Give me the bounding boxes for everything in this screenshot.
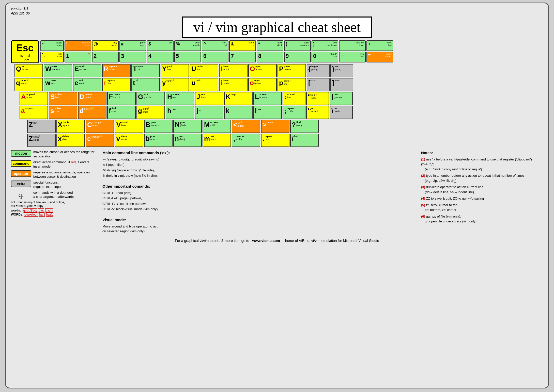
notes-title: Notes: (421, 150, 543, 156)
equals-key: = auto3format (366, 52, 393, 62)
legend-section: motion moves the cursor, or defines the … (11, 150, 97, 234)
num7-key: 7 (229, 52, 256, 62)
f-key: f findchar (107, 106, 136, 119)
underscore-key: _ "soft" boldown (339, 40, 366, 51)
colon-key: : ex cmdline (283, 92, 305, 105)
footer-url: www.viemu.com (252, 239, 280, 243)
other-cmd-1: CTRL-R: redo (vim), (102, 190, 416, 195)
percent-key: % gotomatch (174, 40, 201, 51)
comma-key: , reverset/T/f/F (232, 134, 260, 147)
s-key: s substchar (49, 106, 77, 119)
p-key: p paste1after (278, 78, 306, 91)
num6-key: 6 (202, 52, 228, 62)
N-key: N prev(find) (173, 120, 202, 133)
l-key: l → (253, 106, 282, 119)
tilde-key: ~ togglecase (40, 40, 64, 51)
goto-mark-key: `. gotomark (40, 52, 64, 62)
operator-desc: requires a motion afterwards, operates b… (33, 170, 97, 179)
lparen-key: ( beginsentence (284, 40, 311, 51)
note-5: (5) zt: scroll cursor to top, zb: bottom… (421, 203, 543, 213)
semicolon-key: ; repeatt/T/f/F (283, 106, 305, 119)
cmd-item-2: :e f (open file f), (102, 162, 416, 167)
footer: For a graphical vi/vim tutorial & more t… (11, 237, 543, 243)
esc-sublabel: normalmode (20, 54, 30, 61)
gt-key: > indent (261, 120, 289, 133)
cmd-item-4: :h (help in vim), :new (new file in vim)… (102, 173, 416, 178)
note-3: (3) duplicate operator to act on current… (421, 185, 543, 194)
M-key: M screenmid'l (203, 120, 231, 133)
period-key: . repeatcmd (261, 134, 289, 147)
r-key: r replacechar (102, 78, 131, 91)
note-2: (2) type in a number before any action t… (421, 173, 543, 183)
star-key: * nextident (257, 40, 283, 51)
O-key: O openabove (248, 64, 277, 77)
d-key: d delete1,3 (78, 106, 106, 119)
at-key: @ playmacro (92, 40, 119, 51)
j-key: j ↓ (195, 106, 223, 119)
B-key: B prevWORD (144, 120, 173, 133)
I-key: I insertat bol (219, 64, 248, 77)
amp-key: & repeat:s (229, 40, 256, 51)
num3-key: 3 (119, 52, 146, 62)
visual-title: Visual mode: (102, 217, 416, 223)
lbracket-key: [ misc (307, 78, 330, 91)
T-key: T back'till (131, 64, 160, 77)
num2-key: 2 (92, 52, 119, 62)
bol-note: bol = beginning of line, eol = end of li… (11, 201, 97, 208)
version-text: version 1.1 April 1st, 06 (11, 6, 543, 15)
cmd-item-1: :w (save), :q (quit), :q! (quit w/o savi… (102, 157, 416, 162)
V-key: V visuallines (115, 120, 143, 133)
excl-key: ! externalfilter (65, 40, 91, 51)
a-key: a append (20, 106, 48, 119)
question-key: ? find(rev.) (290, 120, 319, 133)
footer-text2: - home of ViEmu, vi/vim emulation for Mi… (283, 239, 379, 243)
k-key: k ↑ (224, 106, 253, 119)
dot-q-symbol: q. (11, 191, 31, 199)
other-cmd-2: CTRL-F/-B: page up/down, (102, 196, 416, 201)
v-key: v visualmode (115, 134, 143, 147)
visual-text: Move around and type operator to acton s… (102, 224, 416, 234)
other-cmd-4: CTRL-V: block-visual mode (vim only) (102, 207, 416, 212)
t-key: t 'till (131, 78, 160, 91)
note-4: (4) ZZ to save & quit, ZQ to quit w/o sa… (421, 196, 543, 201)
other-cmd-3: CTRL-E/-Y: scroll line up/down, (102, 201, 416, 206)
minus-key: − prevline (339, 52, 366, 62)
Z-key: Z quit4 (27, 120, 56, 133)
x-key: x deletechar (56, 134, 85, 147)
motion-desc: moves the cursor, or defines the range f… (33, 150, 97, 159)
J-key: J joinlines (195, 92, 223, 105)
y-key: y yank1,3 (161, 78, 189, 91)
P-key: P pastebefore (278, 64, 306, 77)
title-box: vi / vim graphical cheat sheet (11, 17, 543, 38)
rparen-key: ) endsentence (312, 40, 338, 51)
words-line: words: quux(foo, bar, baz); (11, 209, 97, 212)
main-page: version 1.1 April 1st, 06 vi / vim graph… (5, 3, 549, 388)
i-key: i insertmode (219, 78, 248, 91)
lbrace-key: { beginparag. (307, 64, 330, 77)
dollar-key: $ eol (147, 40, 174, 51)
backslash-key: \ notused! (330, 106, 353, 119)
F-key: F "back"find ch (107, 92, 136, 105)
operator-badge: operator (11, 170, 31, 177)
hash-key: # prevident (119, 40, 146, 51)
u-key: u undo (190, 78, 218, 91)
squote-key: ' gotomk. bol (306, 106, 329, 119)
num5-key: 5 (174, 52, 201, 62)
plus-key: + nextline (366, 40, 393, 51)
num8-key: 8 (257, 52, 283, 62)
slash-key: / find (290, 134, 319, 147)
S-key: S substline (49, 92, 77, 105)
pipe-key: | bol/goto col (330, 92, 353, 105)
o-key: o openbelow (248, 78, 277, 91)
h-key: h ← (166, 106, 194, 119)
e-key: e endword (73, 78, 101, 91)
w-key: w nextword (44, 78, 72, 91)
caret-key: ^ "soft"bol (202, 40, 228, 51)
lt-key: < un-3indent (232, 120, 260, 133)
num0-key: 0 "hard"bol (312, 52, 338, 62)
num9-key: 9 (284, 52, 311, 62)
W-key: W nextWORD (44, 64, 72, 77)
b-key: b prevword (144, 134, 173, 147)
K-key: K help (224, 92, 253, 105)
X-key: X back-space (56, 120, 85, 133)
